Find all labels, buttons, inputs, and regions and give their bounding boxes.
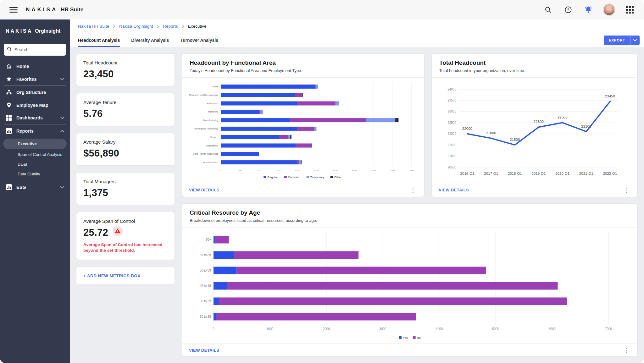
sidebar-item-employee-map[interactable]: Employee Map — [0, 99, 70, 112]
sidebar-brand: NAKISA OrgInsight — [0, 24, 70, 39]
chevron-right-icon — [182, 25, 184, 28]
svg-text:5000: 5000 — [409, 169, 414, 172]
svg-text:70+: 70+ — [206, 238, 211, 241]
svg-text:21500: 21500 — [510, 138, 520, 141]
svg-text:Production: Production — [207, 102, 218, 105]
svg-text:2017-Q1: 2017-Q1 — [484, 172, 498, 175]
svg-text:23500: 23500 — [447, 98, 456, 102]
svg-text:!: ! — [117, 230, 118, 233]
svg-text:22500: 22500 — [447, 121, 456, 124]
breadcrumb-link-orginsight[interactable]: Nakisa OrgInsight — [119, 24, 153, 29]
metric-value: $56,890 — [83, 148, 168, 159]
tab-turnover-analysis[interactable]: Turnover Analysis — [180, 33, 218, 47]
svg-text:2020-Q1: 2020-Q1 — [555, 172, 569, 175]
breadcrumb-link-hr-suite[interactable]: Nakisa HR Suite — [78, 24, 109, 29]
sidebar-subitem-executive[interactable]: Executive — [3, 139, 67, 149]
sidebar-brand-name: NAKISA — [6, 28, 32, 34]
sidebar-item-home[interactable]: Home — [0, 60, 70, 73]
export-button[interactable]: EXPORT — [604, 36, 630, 45]
card-title: Headcount by Functional Area — [190, 59, 417, 66]
kebab-menu-icon[interactable]: ⋮ — [622, 347, 630, 354]
svg-text:500: 500 — [238, 169, 242, 172]
svg-text:Research and Development: Research and Development — [189, 93, 219, 96]
brand-name: NAKISA — [26, 7, 58, 13]
svg-text:24000: 24000 — [447, 87, 456, 91]
sidebar-item-label: Reports — [16, 129, 56, 134]
critical-resource-stacked-bar-chart: 0100020003000400050006000700070+60 to 69… — [190, 229, 630, 342]
svg-text:23450: 23450 — [605, 94, 615, 98]
app-window: NAKISA HR Suite ? NAKISA OrgIns — [0, 0, 644, 363]
svg-text:30 to 39: 30 to 39 — [200, 300, 211, 303]
sidebar-item-label: Employee Map — [16, 103, 64, 108]
bar-chart-icon — [6, 128, 12, 134]
svg-text:40 to 49: 40 to 49 — [200, 284, 211, 288]
sidebar-item-label: Home — [16, 64, 64, 69]
add-new-metrics-link[interactable]: + ADD NEW METRICS BOX — [83, 273, 141, 278]
svg-text:0: 0 — [213, 327, 214, 331]
svg-text:2000: 2000 — [295, 169, 300, 172]
sidebar-item-reports[interactable]: Reports — [0, 124, 70, 137]
card-total-headcount-trend: Total Headcount Total headcount in your … — [431, 53, 638, 197]
svg-text:Engineering: Engineering — [206, 144, 218, 147]
svg-text:2021-Q1: 2021-Q1 — [579, 172, 593, 175]
chevron-down-icon — [60, 78, 64, 80]
card-title: Total Headcount — [439, 59, 630, 66]
svg-text:6000: 6000 — [548, 327, 556, 331]
svg-text:2019-Q1: 2019-Q1 — [532, 172, 546, 175]
export-dropdown-chevron-icon[interactable] — [630, 36, 640, 45]
sidebar-item-dashboards[interactable]: Dashboards — [0, 112, 70, 124]
card-critical-resource-by-age: Critical Resource by Age Breakdown of em… — [182, 203, 638, 357]
view-details-link[interactable]: VIEW DETAILS — [189, 348, 219, 353]
sidebar: NAKISA OrgInsight Home Favori — [0, 19, 70, 363]
warning-triangle-icon: ! — [113, 226, 123, 236]
metric-label: Total Managers — [83, 179, 168, 184]
metric-card-average-salary: Average Salary $56,890 — [76, 133, 175, 166]
svg-text:1000: 1000 — [256, 169, 261, 172]
breadcrumb-link-reports[interactable]: Reports — [163, 24, 178, 29]
sidebar-subitem-dei[interactable]: DE&I — [0, 159, 70, 169]
svg-text:23000: 23000 — [447, 110, 456, 113]
metric-value: 23,450 — [83, 69, 168, 80]
svg-text:22000: 22000 — [462, 126, 472, 130]
charts-column: Headcount by Functional Area Today’s Hea… — [182, 53, 638, 357]
metric-card-total-managers: Total Managers 1,375 — [76, 172, 175, 205]
add-metrics-box: + ADD NEW METRICS BOX — [76, 267, 175, 285]
sidebar-subitem-data-quality[interactable]: Data Quality — [0, 169, 70, 179]
apps-grid-icon[interactable] — [625, 5, 635, 14]
dashboard-content: Total Headcount 23,450 Average Tenure 5.… — [70, 47, 644, 363]
sidebar-item-org-structure[interactable]: Org Structure — [0, 86, 70, 99]
svg-text:1000: 1000 — [266, 327, 274, 331]
metric-label: Average Tenure — [83, 100, 168, 105]
search-input[interactable] — [14, 47, 58, 52]
svg-text:2500: 2500 — [314, 169, 319, 172]
sidebar-item-favorites[interactable]: Favorites — [0, 73, 70, 85]
view-details-link[interactable]: VIEW DETAILS — [189, 188, 219, 192]
help-icon[interactable]: ? — [564, 5, 573, 14]
user-avatar[interactable] — [604, 4, 614, 15]
app-title: NAKISA HR Suite — [26, 7, 84, 13]
svg-text:2022-Q1: 2022-Q1 — [603, 172, 617, 175]
svg-text:1500: 1500 — [275, 169, 280, 172]
search-icon[interactable] — [543, 5, 553, 14]
tab-headcount-analysis[interactable]: Headcount Analysis — [78, 33, 120, 47]
tab-diversity-analysis[interactable]: Diversity Analysis — [131, 33, 169, 47]
view-details-link[interactable]: VIEW DETAILS — [439, 188, 469, 192]
metric-value: 5.76 — [83, 108, 168, 119]
kebab-menu-icon[interactable]: ⋮ — [409, 186, 417, 194]
sidebar-subitem-span-of-control[interactable]: Span of Control Analysis — [0, 150, 70, 159]
notifications-bell-icon[interactable] — [584, 5, 593, 14]
hamburger-menu-button[interactable] — [9, 7, 18, 13]
metric-alert-text: Average Span of Control has increased be… — [83, 242, 168, 253]
card-subtitle: Total headcount in your organization, ov… — [439, 68, 630, 73]
metrics-column: Total Headcount 23,450 Average Tenure 5.… — [76, 53, 175, 357]
chevron-right-icon — [113, 25, 115, 28]
home-icon — [6, 63, 12, 69]
sidebar-item-esg[interactable]: ESG — [0, 181, 70, 194]
metric-card-total-headcount: Total Headcount 23,450 — [76, 53, 175, 86]
chevron-up-icon — [60, 130, 64, 132]
location-pin-icon — [6, 102, 12, 108]
kebab-menu-icon[interactable]: ⋮ — [622, 186, 630, 194]
svg-text:Sales: Sales — [212, 85, 218, 88]
functional-area-stacked-bar-chart: 0500100015002000250030003500400045005000… — [189, 80, 417, 181]
svg-text:2016-Q1: 2016-Q1 — [460, 172, 475, 175]
